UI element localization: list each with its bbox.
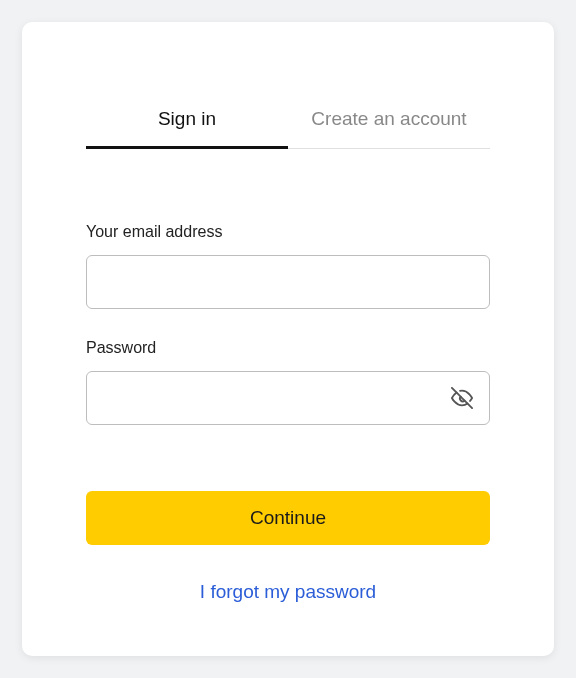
password-label: Password	[86, 339, 490, 357]
eye-off-icon	[451, 387, 473, 409]
tab-sign-in[interactable]: Sign in	[86, 96, 288, 148]
forgot-password-row: I forgot my password	[86, 581, 490, 603]
email-input-wrap	[86, 255, 490, 309]
password-field[interactable]	[86, 371, 490, 425]
auth-tabs: Sign in Create an account	[86, 96, 490, 149]
forgot-password-link[interactable]: I forgot my password	[200, 581, 376, 602]
auth-card: Sign in Create an account Your email add…	[22, 22, 554, 656]
tab-create-account[interactable]: Create an account	[288, 96, 490, 148]
toggle-password-visibility[interactable]	[450, 386, 474, 410]
email-field-group: Your email address	[86, 223, 490, 309]
continue-button[interactable]: Continue	[86, 491, 490, 545]
password-input-wrap	[86, 371, 490, 425]
email-label: Your email address	[86, 223, 490, 241]
password-field-group: Password	[86, 339, 490, 425]
email-field[interactable]	[86, 255, 490, 309]
